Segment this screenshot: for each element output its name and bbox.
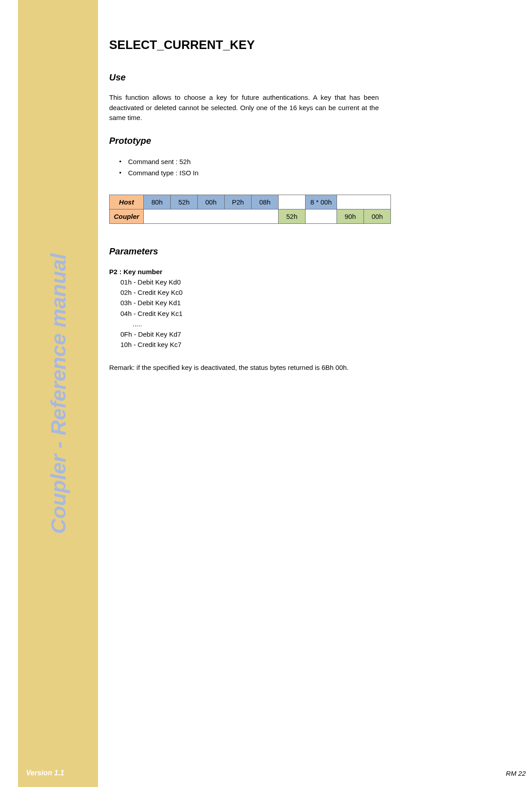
coupler-label-cell: Coupler	[110, 209, 144, 223]
main-content: SELECT_CURRENT_KEY Use This function all…	[109, 38, 514, 371]
table-cell: 08h	[252, 195, 279, 209]
param-item: .....	[109, 319, 379, 329]
page-number: RM 22	[506, 769, 526, 777]
use-text: This function allows to choose a key for…	[109, 93, 379, 123]
host-label-cell: Host	[110, 195, 144, 209]
table-cell: 00h	[364, 209, 391, 223]
prototype-table: Host 80h 52h 00h P2h 08h 8 * 00h Coupler…	[109, 195, 391, 224]
param-item: 0Fh - Debit Key Kd7	[109, 329, 379, 339]
table-cell	[306, 209, 337, 223]
param-item: 01h - Debit Key Kd0	[109, 277, 379, 287]
prototype-bullets: Command sent : 52h Command type : ISO In	[109, 156, 514, 179]
table-cell: 8 * 00h	[306, 195, 337, 209]
table-cell	[144, 209, 279, 223]
param-item: 04h - Credit Key Kc1	[109, 308, 379, 319]
sidebar-title: Coupler - Reference manual	[46, 253, 71, 534]
table-cell: 80h	[144, 195, 171, 209]
remark: Remark: if the specified key is deactiva…	[109, 364, 379, 371]
param-item: 10h - Credit key Kc7	[109, 339, 379, 350]
param-item: 03h - Debit Key Kd1	[109, 298, 379, 308]
remark-label: Remark:	[109, 364, 135, 371]
table-cell: 00h	[198, 195, 225, 209]
parameters-heading: Parameters	[109, 246, 514, 257]
use-heading: Use	[109, 72, 514, 83]
sidebar: Coupler - Reference manual Version 1.1	[18, 0, 98, 787]
table-row: Host 80h 52h 00h P2h 08h 8 * 00h	[110, 195, 391, 209]
param-item: 02h - Credit Key Kc0	[109, 287, 379, 298]
table-cell: 52h	[171, 195, 198, 209]
bullet-item: Command type : ISO In	[128, 167, 514, 179]
page-title: SELECT_CURRENT_KEY	[109, 38, 514, 52]
p2-label: P2 : Key number	[109, 267, 379, 277]
remark-text: if the specified key is deactivated, the…	[135, 364, 349, 371]
table-row: Coupler 52h 90h 00h	[110, 209, 391, 223]
table-cell	[279, 195, 306, 209]
prototype-heading: Prototype	[109, 136, 514, 146]
table-cell: 90h	[337, 209, 364, 223]
parameters-body: P2 : Key number 01h - Debit Key Kd0 02h …	[109, 267, 379, 350]
bullet-item: Command sent : 52h	[128, 156, 514, 168]
table-cell	[337, 195, 391, 209]
version-label: Version 1.1	[26, 769, 64, 777]
table-cell: 52h	[279, 209, 306, 223]
table-cell: P2h	[225, 195, 252, 209]
